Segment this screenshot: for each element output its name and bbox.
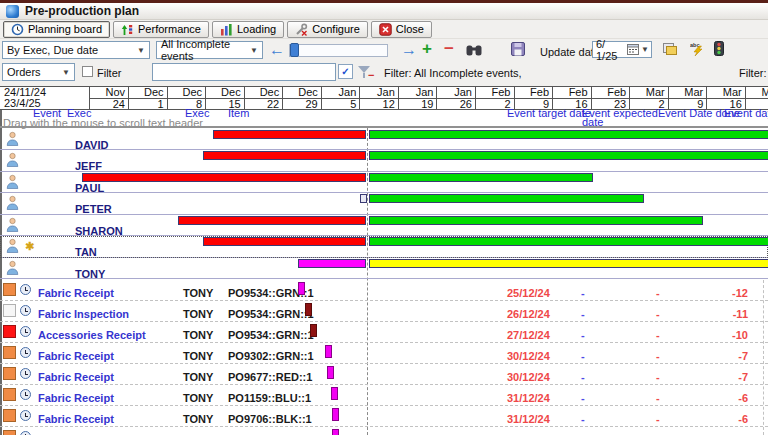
week-column: Dec8 — [167, 87, 206, 109]
gantt-bar-past[interactable] — [213, 130, 366, 139]
event-marker[interactable] — [327, 366, 334, 379]
gantt-bar-past[interactable] — [203, 151, 366, 160]
event-row[interactable]: Fabric InspectionTONYPO9534::GRN::126/12… — [0, 301, 768, 322]
spell-check-icon[interactable]: abc — [690, 41, 704, 58]
gantt-bar-future[interactable] — [369, 216, 703, 225]
event-row[interactable] — [0, 427, 768, 435]
event-date-done: - — [656, 413, 660, 425]
event-row[interactable]: Accessories ReceiptTONYPO9534::GRN::127/… — [0, 322, 768, 343]
gantt-bar-past[interactable] — [82, 173, 366, 182]
event-exec: TONY — [183, 392, 213, 404]
planning-board-button[interactable]: Planning board — [3, 21, 110, 38]
gantt-bar-future[interactable] — [369, 151, 768, 160]
loading-button[interactable]: Loading — [212, 21, 284, 38]
gantt-bar-future[interactable] — [369, 173, 593, 182]
event-exec: TONY — [183, 371, 213, 383]
event-row[interactable]: Fabric ReceiptTONYPO1159::BLU::131/12/24… — [0, 385, 768, 406]
event-row[interactable]: Fabric ReceiptTONYPO9706::BLK::131/12/24… — [0, 406, 768, 427]
week-column: Mar9 — [668, 87, 707, 109]
person-row-peter[interactable]: PETER — [0, 193, 768, 215]
event-marker[interactable] — [331, 387, 338, 400]
close-button[interactable]: Close — [371, 21, 432, 38]
report-icon[interactable] — [663, 42, 677, 57]
toolbar-filter: Orders▼ Filter ✓ − Filter: All Incomplet… — [0, 61, 768, 86]
event-marker[interactable] — [332, 429, 339, 435]
person-row-tony[interactable]: TONY — [0, 258, 768, 280]
event-target-date: 30/12/24 — [507, 371, 550, 383]
entity-value: Orders — [7, 66, 41, 78]
column-header: Event day — [724, 109, 768, 118]
event-marker[interactable] — [298, 282, 305, 295]
filter-remove-icon[interactable]: − — [368, 69, 374, 81]
person-icon — [6, 217, 19, 232]
event-marker[interactable] — [305, 303, 312, 316]
gantt-bar-past[interactable] — [203, 237, 366, 246]
clock-icon — [20, 431, 31, 435]
week-column: Mar23 — [745, 87, 768, 109]
gantt-bar-past[interactable] — [178, 216, 366, 225]
event-target-date: 30/12/24 — [507, 350, 550, 362]
traffic-light-icon[interactable] — [714, 41, 724, 58]
event-date-done: - — [656, 371, 660, 383]
event-exec: TONY — [183, 287, 213, 299]
week-column: Dec22 — [244, 87, 283, 109]
clock-icon — [11, 23, 24, 36]
calendar-icon[interactable] — [627, 43, 639, 57]
gantt-bar-future[interactable] — [369, 130, 768, 139]
scroll-left-icon[interactable]: ← — [269, 42, 285, 58]
person-row-sharon[interactable]: SHARON — [0, 215, 768, 237]
zoom-out-icon[interactable]: − — [444, 40, 454, 58]
chevron-down-icon[interactable]: ▼ — [639, 45, 651, 54]
toolbar-tabs: Planning board Performance Loading Confi… — [0, 20, 768, 39]
zoom-in-icon[interactable]: + — [422, 40, 432, 58]
event-item: PO9534::GRN::1 — [228, 329, 314, 341]
event-row[interactable]: Fabric ReceiptTONYPO9534::GRN::125/12/24… — [0, 280, 768, 301]
configure-button[interactable]: Configure — [287, 21, 368, 38]
filter-input[interactable] — [152, 63, 336, 81]
person-name: PETER — [75, 203, 112, 215]
event-marker[interactable] — [310, 324, 317, 337]
timeline-slider-handle[interactable] — [290, 43, 299, 57]
column-header: Item — [228, 109, 249, 118]
column-header: Event expected date — [582, 109, 658, 127]
status-square-orange — [3, 409, 16, 422]
search-binoculars-icon[interactable] — [466, 44, 482, 58]
person-row-jeff[interactable]: JEFF — [0, 150, 768, 172]
gantt-bar-pending[interactable] — [369, 259, 768, 268]
timeline-slider[interactable] — [289, 44, 388, 57]
event-row[interactable]: Fabric ReceiptTONYPO9302::GRN::130/12/24… — [0, 343, 768, 364]
event-row[interactable]: Fabric ReceiptTONYPO9677::RED::130/12/24… — [0, 364, 768, 385]
person-row-paul[interactable]: PAUL — [0, 172, 768, 194]
save-icon[interactable] — [511, 42, 525, 58]
events-filter-combo[interactable]: All Incomplete events▼ — [156, 41, 263, 59]
apply-filter-check-icon[interactable]: ✓ — [338, 64, 353, 79]
filter-checkbox[interactable] — [82, 66, 93, 77]
scroll-right-icon[interactable]: → — [401, 42, 417, 58]
event-marker[interactable] — [332, 408, 339, 421]
person-row-tan[interactable]: ✱TAN — [0, 236, 768, 258]
bar-chart-icon — [220, 23, 233, 36]
title-bar[interactable]: Pre-production plan — [0, 3, 768, 20]
gantt-bar-empty[interactable] — [360, 194, 367, 203]
group-by-combo[interactable]: By Exec, Due date▼ — [2, 41, 150, 59]
gantt-bar-future[interactable] — [369, 194, 644, 203]
person-icon — [6, 131, 19, 146]
person-name: SHARON — [75, 225, 123, 237]
week-column: Dec29 — [283, 87, 322, 109]
gantt-bar-future[interactable] — [369, 237, 768, 246]
close-icon — [379, 23, 392, 36]
column-header: Exec — [67, 109, 91, 118]
filter-right-label: Filter: — [739, 67, 767, 79]
event-expected-date: - — [581, 308, 585, 320]
event-date-done: - — [656, 392, 660, 404]
gantt-bar-highlight[interactable] — [298, 259, 366, 268]
week-column: Feb2 — [476, 87, 515, 109]
performance-button[interactable]: Performance — [113, 21, 209, 38]
status-square-red — [3, 325, 16, 338]
svg-text:abc: abc — [690, 42, 699, 48]
entity-combo[interactable]: Orders▼ — [2, 63, 75, 81]
person-row-david[interactable]: DAVID — [0, 129, 768, 151]
update-date-field[interactable]: 6/ 1/25 ▼ — [592, 41, 652, 58]
event-marker[interactable] — [325, 345, 332, 358]
filter-checkbox-label: Filter — [97, 67, 121, 79]
